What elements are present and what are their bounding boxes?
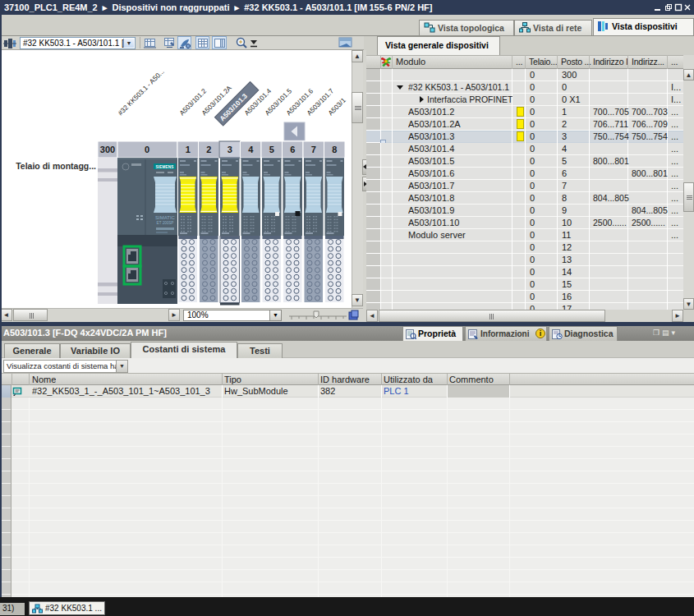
svg-text:6: 6 (290, 145, 295, 154)
svg-text:1: 1 (186, 145, 191, 154)
svg-text:SIMATIC: SIMATIC (155, 215, 176, 220)
svg-text:7: 7 (311, 145, 316, 154)
svg-text:8: 8 (332, 145, 337, 154)
svg-text:3: 3 (228, 145, 232, 154)
svg-text:A503/1: A503/1 (327, 96, 347, 117)
svg-text:Telaio di montagg...: Telaio di montagg... (16, 161, 96, 171)
svg-text:4: 4 (248, 145, 254, 154)
svg-text:300: 300 (100, 145, 115, 154)
svg-text:#32 KK503.1 - A50...: #32 KK503.1 - A50... (117, 68, 166, 117)
svg-text:2: 2 (206, 145, 211, 154)
svg-text:0: 0 (145, 145, 149, 154)
svg-text:SIEMENS: SIEMENS (155, 165, 173, 169)
svg-text:5: 5 (269, 145, 274, 154)
svg-text:ET 200SP: ET 200SP (157, 221, 174, 225)
